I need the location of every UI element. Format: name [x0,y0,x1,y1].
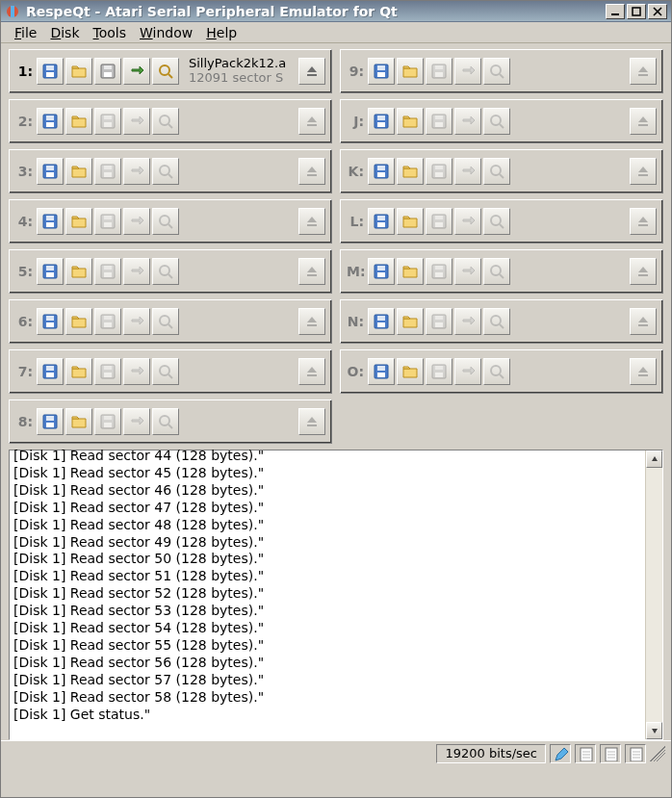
mount-disk-button[interactable] [368,58,395,85]
scroll-down-button[interactable] [646,722,662,739]
explore-button[interactable] [152,158,179,185]
mount-folder-button[interactable] [397,58,424,85]
explore-button[interactable] [152,258,179,285]
mount-folder-button[interactable] [65,408,92,435]
mount-disk-button[interactable] [37,208,64,235]
eject-button[interactable] [298,208,325,235]
save-button[interactable] [94,158,121,185]
explore-button[interactable] [483,258,510,285]
mount-folder-button[interactable] [397,108,424,135]
mount-disk-button[interactable] [368,108,395,135]
close-button[interactable] [648,4,667,19]
log-scrollbar[interactable] [645,450,662,739]
explore-button[interactable] [152,208,179,235]
mount-folder-button[interactable] [65,358,92,385]
mount-disk-button[interactable] [37,158,64,185]
explore-button[interactable] [483,108,510,135]
save-button[interactable] [94,258,121,285]
explore-button[interactable] [483,158,510,185]
mount-disk-button[interactable] [368,308,395,335]
explore-button[interactable] [152,108,179,135]
mount-disk-button[interactable] [368,208,395,235]
eject-button[interactable] [298,358,325,385]
swap-button[interactable] [123,158,150,185]
eject-button[interactable] [630,58,657,85]
swap-button[interactable] [123,58,150,85]
eject-button[interactable] [298,408,325,435]
swap-button[interactable] [123,308,150,335]
scroll-up-button[interactable] [646,450,662,468]
mount-folder-button[interactable] [65,58,92,85]
eject-button[interactable] [298,58,325,85]
mount-folder-button[interactable] [397,308,424,335]
swap-button[interactable] [123,208,150,235]
swap-button[interactable] [454,108,481,135]
eject-button[interactable] [630,158,657,185]
save-button[interactable] [94,308,121,335]
swap-button[interactable] [454,258,481,285]
menu-window[interactable]: Window [134,23,198,42]
mount-folder-button[interactable] [397,208,424,235]
eject-button[interactable] [298,108,325,135]
save-button[interactable] [426,208,452,235]
eject-button[interactable] [298,158,325,185]
menu-help[interactable]: Help [200,23,243,42]
capture-icon[interactable] [600,744,621,763]
mount-disk-button[interactable] [368,258,395,285]
maximize-button[interactable] [627,4,646,19]
eject-button[interactable] [630,258,657,285]
swap-button[interactable] [454,358,481,385]
eject-button[interactable] [630,208,657,235]
mount-folder-button[interactable] [65,108,92,135]
mount-disk-button[interactable] [37,108,64,135]
explore-button[interactable] [483,308,510,335]
mount-disk-button[interactable] [37,408,64,435]
save-button[interactable] [94,58,121,85]
explore-button[interactable] [483,358,510,385]
resize-grip[interactable] [650,746,665,761]
mount-disk-button[interactable] [37,308,64,335]
menu-file[interactable]: File [9,23,42,42]
menu-tools[interactable]: Tools [88,23,133,42]
swap-button[interactable] [123,108,150,135]
eject-button[interactable] [630,358,657,385]
menu-disk[interactable]: Disk [44,23,85,42]
settings-icon[interactable] [625,744,646,763]
swap-button[interactable] [454,308,481,335]
swap-button[interactable] [454,58,481,85]
save-button[interactable] [426,308,452,335]
mount-folder-button[interactable] [65,308,92,335]
print-icon[interactable] [575,744,596,763]
eject-button[interactable] [298,308,325,335]
save-button[interactable] [94,108,121,135]
save-button[interactable] [426,108,452,135]
save-button[interactable] [94,208,121,235]
explore-button[interactable] [152,308,179,335]
save-button[interactable] [426,358,452,385]
swap-button[interactable] [123,258,150,285]
clear-log-icon[interactable] [550,744,571,763]
swap-button[interactable] [123,358,150,385]
mount-disk-button[interactable] [37,58,64,85]
explore-button[interactable] [152,408,179,435]
mount-folder-button[interactable] [397,158,424,185]
swap-button[interactable] [454,208,481,235]
eject-button[interactable] [630,108,657,135]
swap-button[interactable] [454,158,481,185]
save-button[interactable] [426,258,452,285]
mount-folder-button[interactable] [397,358,424,385]
mount-folder-button[interactable] [65,258,92,285]
mount-disk-button[interactable] [368,158,395,185]
mount-disk-button[interactable] [37,258,64,285]
minimize-button[interactable] [606,4,625,19]
save-button[interactable] [94,358,121,385]
save-button[interactable] [94,408,121,435]
mount-folder-button[interactable] [397,258,424,285]
mount-folder-button[interactable] [65,158,92,185]
explore-button[interactable] [152,358,179,385]
save-button[interactable] [426,158,452,185]
explore-button[interactable] [152,58,179,85]
explore-button[interactable] [483,58,510,85]
mount-disk-button[interactable] [368,358,395,385]
eject-button[interactable] [298,258,325,285]
